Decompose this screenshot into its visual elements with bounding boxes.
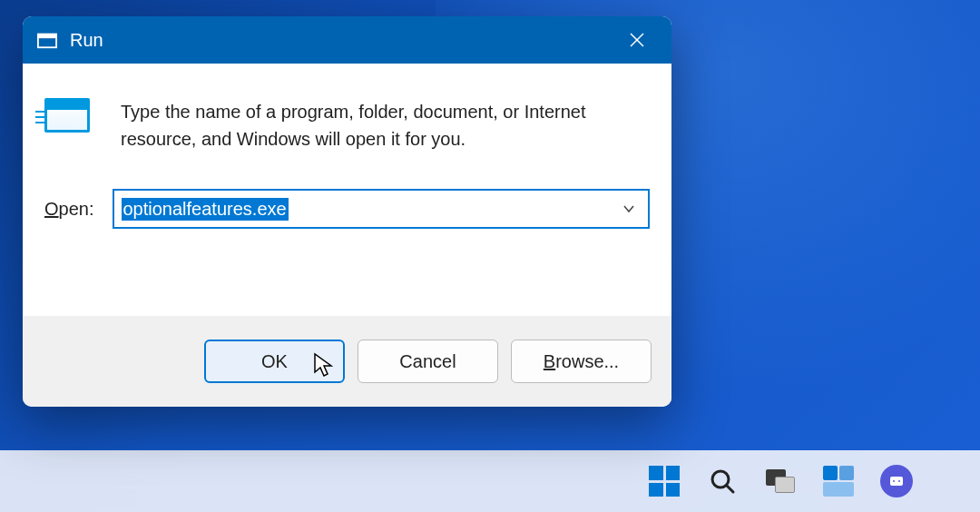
cancel-button-label: Cancel [399, 351, 456, 372]
open-combobox[interactable]: optionalfeatures.exe [113, 189, 651, 229]
chat-icon [880, 465, 913, 497]
taskbar[interactable] [0, 450, 980, 512]
svg-line-5 [727, 486, 733, 492]
task-view-button[interactable] [759, 459, 802, 503]
run-dialog: Run Type the name of a program, folder, … [23, 16, 671, 407]
browse-button-label: Browse... [544, 351, 619, 372]
widgets-icon [823, 466, 854, 497]
svg-point-8 [898, 480, 900, 482]
svg-rect-6 [890, 477, 903, 486]
ok-button[interactable]: OK [204, 340, 345, 383]
button-row: OK Cancel Browse... [23, 316, 671, 407]
open-label: Open: [44, 199, 94, 220]
close-icon [629, 32, 645, 48]
dialog-description: Type the name of a program, folder, docu… [121, 98, 650, 153]
task-view-icon [766, 469, 795, 493]
dialog-title: Run [70, 30, 617, 51]
svg-point-7 [893, 480, 895, 482]
cancel-button[interactable]: Cancel [358, 340, 498, 383]
browse-button[interactable]: Browse... [511, 340, 652, 383]
widgets-button[interactable] [817, 459, 860, 503]
dialog-body: Type the name of a program, folder, docu… [23, 64, 671, 174]
windows-logo-icon [649, 466, 680, 497]
chevron-down-icon[interactable] [622, 202, 635, 215]
run-titlebar-icon [37, 31, 57, 49]
svg-rect-1 [38, 34, 56, 39]
open-row: Open: optionalfeatures.exe [23, 174, 671, 229]
open-input-value[interactable]: optionalfeatures.exe [122, 198, 289, 221]
close-button[interactable] [617, 20, 657, 60]
ok-button-label: OK [261, 351, 288, 372]
start-button[interactable] [642, 459, 686, 503]
titlebar[interactable]: Run [23, 16, 671, 64]
search-icon [708, 467, 737, 496]
search-button[interactable] [701, 459, 744, 503]
run-dialog-icon [44, 98, 99, 143]
chat-button[interactable] [875, 459, 918, 503]
